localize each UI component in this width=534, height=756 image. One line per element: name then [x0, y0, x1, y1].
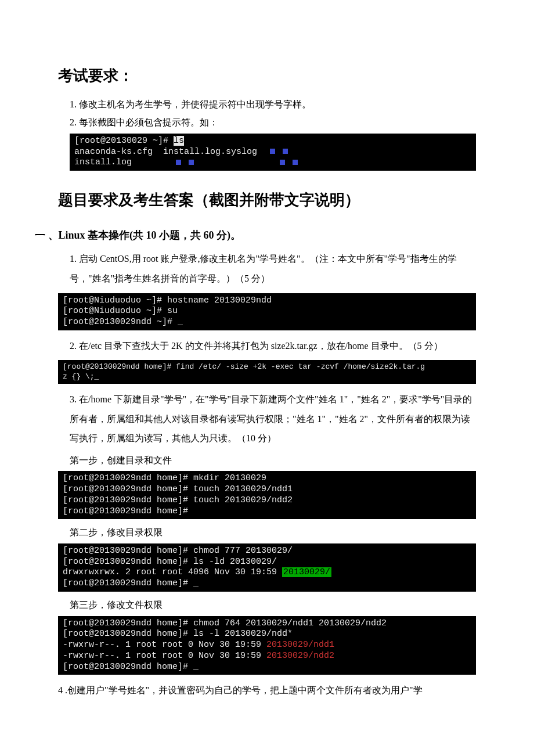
- term-line: [root@20130029ndd home]#: [63, 506, 188, 516]
- decorative-square-icon: [280, 160, 285, 165]
- terminal-q3-step3: [root@20130029ndd home]# chmod 764 20130…: [58, 616, 476, 675]
- term-line: [root@20130029ndd home]# mkdir 20130029: [63, 473, 266, 483]
- decorative-square-icon: [293, 160, 298, 165]
- section-1-heading: 一 、Linux 基本操作(共 10 小题，共 60 分)。: [35, 227, 476, 244]
- requirement-1: 1. 修改主机名为考生学号，并使得提示符中出现学号字样。: [70, 97, 476, 112]
- term-line: [root@20130029ndd home]# _: [63, 578, 199, 588]
- term-line: [root@20130029ndd home]# ls -ld 20130029…: [63, 557, 277, 567]
- prompt: [root@20130029 ~]#: [74, 136, 174, 146]
- question-2: 2. 在/etc 目录下查找大于 2K 的文件并将其打包为 size2k.tar…: [70, 336, 476, 356]
- output-line: anaconda-ks.cfg install.log.syslog: [74, 147, 257, 157]
- requirement-2: 2. 每张截图中必须包含提示符。如：: [70, 115, 476, 130]
- term-line: [root@20130029ndd home]# find /etc/ -siz…: [63, 362, 425, 371]
- term-line: -rwxrw-r--. 1 root root 0 Nov 30 19:59: [63, 651, 266, 661]
- term-line: [root@20130029ndd home]# _: [63, 662, 199, 672]
- step-2-label: 第二步，修改目录权限: [70, 525, 476, 540]
- term-line: [root@20130029ndd ~]# _: [63, 317, 183, 327]
- decorative-square-icon: [270, 149, 275, 154]
- output-line: install.log: [74, 157, 132, 167]
- step-1-label: 第一步，创建目录和文件: [70, 453, 476, 468]
- decorative-square-icon: [283, 149, 288, 154]
- file-colored: 20130029/ndd1: [266, 640, 334, 650]
- term-line: [root@20130029ndd home]# chmod 777 20130…: [63, 546, 293, 556]
- term-line: [root@20130029ndd home]# ls -l 20130029/…: [63, 629, 293, 639]
- term-line: [root@20130029ndd home]# touch 20130029/…: [63, 484, 293, 494]
- question-3: 3. 在/home 下新建目录"学号"，在"学号"目录下新建两个文件"姓名 1"…: [70, 390, 476, 448]
- terminal-q1: [root@Niuduoduo ~]# hostname 20130029ndd…: [58, 293, 476, 330]
- section-1-text: 一 、Linux 基本操作(共 10 小题，共 60 分)。: [35, 229, 241, 241]
- heading-exam-requirements: 考试要求：: [58, 64, 476, 88]
- terminal-q3-step1: [root@20130029ndd home]# mkdir 20130029 …: [58, 471, 476, 519]
- document-page: 考试要求： 1. 修改主机名为考生学号，并使得提示符中出现学号字样。 2. 每张…: [0, 0, 534, 728]
- terminal-q2: [root@20130029ndd home]# find /etc/ -siz…: [58, 360, 476, 384]
- question-4: 4 .创建用户"学号姓名"，并设置密码为自己的学号，把上题中两个文件所有者改为用…: [58, 681, 476, 700]
- decorative-square-icon: [189, 160, 194, 165]
- term-line: [root@Niuduoduo ~]# hostname 20130029ndd: [63, 296, 272, 305]
- file-colored: 20130029/ndd2: [266, 651, 334, 661]
- question-1: 1. 启动 CentOS,用 root 账户登录,修改主机名为"学号姓名"。（注…: [70, 249, 476, 288]
- term-line: [root@Niuduoduo ~]# su: [63, 306, 178, 316]
- step-3-label: 第三步，修改文件权限: [70, 597, 476, 613]
- dir-highlight: 20130029/: [282, 567, 331, 577]
- term-line: [root@20130029ndd home]# touch 20130029/…: [63, 495, 293, 505]
- term-line: [root@20130029ndd home]# chmod 764 20130…: [63, 618, 387, 628]
- term-line: -rwxrw-r--. 1 root root 0 Nov 30 19:59: [63, 640, 266, 650]
- decorative-square-icon: [176, 160, 181, 165]
- terminal-q3-step2: [root@20130029ndd home]# chmod 777 20130…: [58, 543, 476, 592]
- cmd-ls: ls: [174, 136, 184, 146]
- heading-questions-answers: 题目要求及考生答案（截图并附带文字说明）: [58, 188, 476, 213]
- term-line: z {} \;_: [63, 372, 99, 381]
- terminal-screenshot-example: [root@20130029 ~]# ls anaconda-ks.cfg in…: [70, 134, 476, 171]
- term-line: drwxrwxrwx. 2 root root 4096 Nov 30 19:5…: [63, 567, 282, 577]
